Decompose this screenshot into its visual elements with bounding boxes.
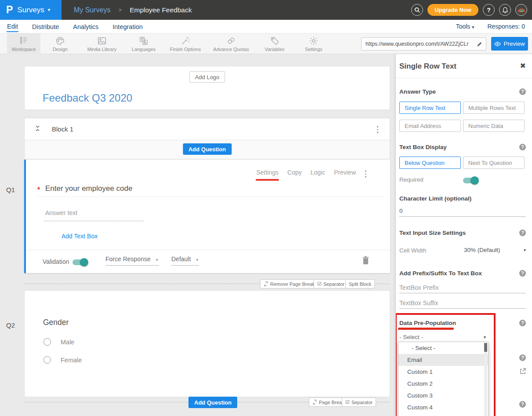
survey-header-card: Add Logo Feedback Q3 2020 xyxy=(24,66,390,110)
survey-url-input[interactable] xyxy=(362,38,472,50)
scrollbar-thumb[interactable] xyxy=(484,343,487,352)
radio-icon[interactable] xyxy=(43,338,51,346)
radio-option-male[interactable]: Male xyxy=(43,338,74,346)
question-text-q1[interactable]: Enter your employee code xyxy=(45,184,132,193)
external-link-icon[interactable] xyxy=(520,368,526,376)
toolbar-variables[interactable]: Variables xyxy=(255,33,294,54)
toolbar-design[interactable]: Design xyxy=(40,33,80,54)
display-next-to-question[interactable]: Next To Question xyxy=(463,157,525,169)
validation-default-dropdown[interactable]: Default▾ xyxy=(171,255,199,266)
dropdown-option-custom3[interactable]: Custom 3 xyxy=(398,390,488,401)
answer-type-single-row[interactable]: Single Row Text xyxy=(399,102,461,114)
chevron-down-icon[interactable]: ▾ xyxy=(484,335,486,339)
separator-button-bottom[interactable]: ☑ Separator xyxy=(342,398,376,407)
trash-icon xyxy=(362,256,369,264)
top-bar: P Surveys ▾ My Surveys > Employee Feedba… xyxy=(0,0,532,20)
answer-type-email[interactable]: Email Address xyxy=(399,120,461,132)
product-switcher[interactable]: P Surveys ▾ xyxy=(0,0,62,20)
textbox-suffix-input[interactable]: TextBox Suffix xyxy=(399,299,438,307)
chevron-down-icon: ▾ xyxy=(472,25,474,29)
responses-count[interactable]: Responses: 0 xyxy=(487,23,525,30)
dropdown-scrollbar[interactable] xyxy=(484,343,487,416)
question-card-q2: Gender Male Female xyxy=(24,290,390,397)
dropdown-option-custom4[interactable]: Custom 4 xyxy=(398,401,488,413)
toolbar-media-library[interactable]: Media Library xyxy=(80,33,124,54)
help-icon[interactable]: ? xyxy=(519,88,526,95)
question-tab-copy[interactable]: Copy xyxy=(287,169,302,176)
add-question-button[interactable]: Add Question xyxy=(183,143,232,155)
editor-toolbar: Workspace Design Media Library xyxy=(0,33,532,54)
notifications-button[interactable] xyxy=(499,4,511,16)
question-tab-preview[interactable]: Preview xyxy=(334,169,356,176)
answer-text-field-line[interactable] xyxy=(44,221,144,221)
topbar-actions: Upgrade Now ? xyxy=(411,0,527,20)
question-menu-button[interactable] xyxy=(363,168,369,179)
chevron-down-icon[interactable]: ▾ xyxy=(524,248,526,252)
delete-question-button[interactable] xyxy=(362,256,369,266)
answer-text-placeholder[interactable]: Answer text xyxy=(45,209,77,216)
display-below-question[interactable]: Below Question xyxy=(399,157,461,169)
remove-page-break-button[interactable]: Remove Page Break xyxy=(260,279,318,288)
tab-distribute[interactable]: Distribute xyxy=(32,22,59,32)
magic-wand-icon xyxy=(181,36,190,46)
close-panel-button[interactable]: ✖ xyxy=(520,62,526,70)
radio-option-female[interactable]: Female xyxy=(43,356,82,364)
character-limit-input[interactable]: 0 xyxy=(399,208,403,214)
tab-integration[interactable]: Integration xyxy=(112,22,143,32)
dropdown-option-custom1[interactable]: Custom 1 xyxy=(398,366,488,378)
toolbar-finish-options[interactable]: Finish Options xyxy=(163,33,207,54)
help-icon[interactable]: ? xyxy=(519,270,526,277)
avatar-rainbow-icon xyxy=(517,5,526,15)
split-block-button[interactable]: Split Block xyxy=(345,279,375,288)
tab-analytics[interactable]: Analytics xyxy=(72,22,99,32)
brand-label: Surveys xyxy=(17,6,44,15)
toolbar-workspace[interactable]: Workspace xyxy=(7,33,40,54)
upgrade-now-button[interactable]: Upgrade Now xyxy=(427,4,478,16)
dropdown-option-email[interactable]: Email xyxy=(398,354,488,366)
bottom-section-line: Add Question Page Break ☑ Separator xyxy=(24,402,390,402)
add-logo-button[interactable]: Add Logo xyxy=(189,71,225,83)
data-prepopulation-select[interactable]: - Select - xyxy=(399,334,423,340)
textbox-prefix-input[interactable]: TextBox Prefix xyxy=(399,284,438,291)
validation-toggle[interactable] xyxy=(72,259,87,265)
preview-button[interactable]: Preview xyxy=(491,37,528,51)
dropdown-option-custom2[interactable]: Custom 2 xyxy=(398,378,488,390)
breadcrumb-my-surveys[interactable]: My Surveys xyxy=(74,6,111,14)
collapse-block-button[interactable] xyxy=(35,125,40,134)
toolbar-advance-quotas[interactable]: Advance Quotas xyxy=(207,33,255,54)
add-text-box-link[interactable]: Add Text Box xyxy=(62,233,98,240)
avatar[interactable] xyxy=(515,4,527,16)
help-icon[interactable]: ? xyxy=(519,401,526,408)
help-icon[interactable]: ? xyxy=(519,230,526,236)
block-header: Block 1 xyxy=(25,118,390,140)
breadcrumb: My Surveys > Employee Feedback xyxy=(74,0,192,20)
add-question-button-bottom[interactable]: Add Question xyxy=(188,397,237,408)
survey-title[interactable]: Feedback Q3 2020 xyxy=(43,92,132,104)
help-button[interactable]: ? xyxy=(483,4,495,16)
question-tab-logic[interactable]: Logic xyxy=(311,169,325,176)
required-toggle[interactable] xyxy=(463,178,478,183)
tools-dropdown[interactable]: Tools▾ xyxy=(456,23,474,30)
cell-width-value[interactable]: 30% (Default) xyxy=(464,247,500,253)
block-title[interactable]: Block 1 xyxy=(52,125,73,133)
question-tab-settings[interactable]: Settings xyxy=(256,169,279,176)
help-icon[interactable]: ? xyxy=(519,144,526,150)
question-mark-icon: ? xyxy=(487,7,491,14)
annotation-red-underline xyxy=(398,328,454,330)
help-icon[interactable]: ? xyxy=(519,354,526,361)
separator-button[interactable]: ☑ Separator xyxy=(314,279,348,288)
dropdown-option-select[interactable]: - Select - xyxy=(398,342,488,354)
tab-edit[interactable]: Edit xyxy=(7,21,18,32)
toolbar-languages[interactable]: Languages xyxy=(124,33,163,54)
answer-type-multiple-rows[interactable]: Multiple Rows Text xyxy=(463,102,525,114)
edit-url-button[interactable] xyxy=(473,38,486,50)
question-text-q2[interactable]: Gender xyxy=(43,318,69,327)
search-button[interactable] xyxy=(411,4,423,16)
radio-icon[interactable] xyxy=(43,356,51,364)
force-response-dropdown[interactable]: Force Response▾ xyxy=(105,255,159,266)
help-icon[interactable]: ? xyxy=(519,320,526,326)
block-menu-button[interactable] xyxy=(375,124,380,135)
chevron-down-icon: ▾ xyxy=(48,7,51,13)
answer-type-numeric[interactable]: Numeric Data xyxy=(463,120,525,132)
toolbar-settings[interactable]: Settings xyxy=(294,33,333,54)
